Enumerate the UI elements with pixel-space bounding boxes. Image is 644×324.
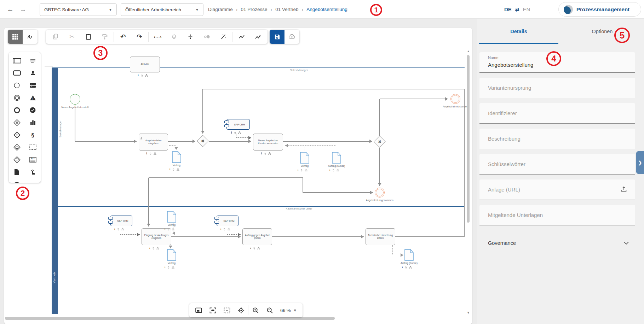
sequence-flow[interactable] — [202, 89, 203, 134]
app-switcher-button[interactable]: Prozessmanagement — [558, 2, 641, 17]
paperclip-icon[interactable] — [234, 131, 236, 134]
sequence-flow[interactable] — [379, 148, 380, 186]
hierarchy-icon[interactable] — [172, 228, 174, 231]
shape-gateway-xor[interactable] — [9, 116, 25, 129]
vertical-scrollbar[interactable] — [467, 55, 470, 223]
panel-collapse-handle[interactable]: ❯ — [636, 151, 644, 174]
info-icon[interactable]: i — [169, 168, 170, 171]
sequence-flow[interactable] — [209, 141, 251, 142]
sequence-flow[interactable] — [379, 99, 380, 136]
paperclip-icon[interactable] — [404, 266, 407, 269]
horizontal-scrollbar[interactable] — [5, 317, 335, 320]
paperclip-icon[interactable] — [223, 228, 226, 231]
info-icon[interactable]: i — [261, 152, 262, 155]
polyline-arrow-button[interactable] — [251, 30, 265, 44]
fit-selection-button[interactable] — [220, 303, 234, 317]
tab-details[interactable]: Details — [477, 29, 560, 34]
copy-button[interactable] — [48, 30, 63, 44]
swap-arrows-icon[interactable]: ⇄ — [515, 7, 519, 12]
info-icon[interactable]: i — [220, 228, 221, 231]
sequence-flow[interactable] — [283, 141, 372, 142]
sequence-flow[interactable] — [395, 236, 464, 237]
center-view-button[interactable] — [234, 303, 248, 317]
sequence-flow[interactable] — [171, 236, 241, 237]
paperclip-icon[interactable] — [152, 247, 155, 250]
undo-button[interactable]: ↶ — [116, 30, 131, 44]
info-icon[interactable]: i — [231, 131, 232, 134]
shape-task[interactable] — [9, 67, 25, 79]
paperclip-icon[interactable] — [253, 247, 255, 250]
info-icon[interactable]: i — [138, 74, 139, 77]
info-icon[interactable]: i — [250, 247, 251, 250]
sequence-flow[interactable] — [305, 146, 305, 151]
bpmn-task[interactable]: Aktivität — [130, 57, 160, 72]
end-event-node[interactable] — [375, 188, 385, 198]
info-icon[interactable]: i — [298, 169, 298, 172]
shape-norm[interactable]: § — [25, 129, 41, 141]
xor-gateway-node[interactable] — [374, 136, 386, 148]
bpmn-task[interactable]: Auftrag gegen Angebot prüfen — [242, 228, 272, 245]
shape-group[interactable] — [25, 141, 41, 153]
field-beschreibung[interactable]: Beschreibung — [479, 129, 635, 149]
node-size-button[interactable] — [200, 30, 214, 44]
hierarchy-icon[interactable] — [121, 228, 124, 231]
sequence-flow[interactable] — [392, 245, 393, 255]
breadcrumb-current[interactable]: Angebotserstellung — [306, 7, 347, 12]
sequence-flow[interactable] — [149, 177, 303, 178]
hierarchy-icon[interactable] — [154, 152, 156, 155]
shape-control[interactable] — [25, 104, 41, 116]
info-icon[interactable]: i — [402, 266, 403, 269]
upload-icon[interactable] — [620, 185, 628, 193]
paperclip-icon[interactable] — [167, 266, 170, 269]
info-icon[interactable]: i — [114, 228, 115, 231]
breadcrumb-diagramme[interactable]: Diagramme — [208, 7, 233, 12]
field-identifizierer[interactable]: Identifizierer — [479, 103, 635, 124]
document-node[interactable] — [172, 151, 181, 163]
sequence-flow[interactable] — [169, 145, 176, 146]
shape-database[interactable] — [9, 178, 25, 183]
hierarchy-icon[interactable] — [172, 266, 174, 269]
edge-label-button[interactable]: ‹···› — [150, 30, 165, 44]
save-button[interactable] — [270, 30, 284, 44]
end-event-node[interactable] — [450, 94, 460, 104]
info-icon[interactable]: i — [149, 247, 150, 250]
back-arrow-icon[interactable]: ← — [6, 5, 15, 14]
hierarchy-icon[interactable] — [409, 266, 412, 269]
it-system-node[interactable]: SAP CRM — [217, 216, 238, 226]
hierarchy-icon[interactable] — [257, 247, 260, 250]
shape-risk[interactable]: ! — [25, 92, 41, 104]
paperclip-icon[interactable] — [332, 169, 335, 172]
sequence-flow[interactable] — [272, 236, 364, 237]
shape-it-system[interactable] — [25, 79, 41, 92]
scroll-down-arrow[interactable]: ▼ — [467, 311, 470, 314]
shape-text[interactable] — [25, 54, 41, 67]
paperclip-icon[interactable] — [140, 74, 143, 77]
shape-annotation[interactable]: A — [25, 153, 41, 166]
xor-gateway-node[interactable] — [197, 135, 209, 147]
sequence-flow[interactable] — [303, 178, 303, 193]
layers-button[interactable] — [167, 30, 182, 44]
fit-to-screen-button[interactable] — [206, 303, 220, 317]
field-mitgeltende-unterlagen[interactable]: Mitgeltende Unterlagen — [479, 205, 635, 225]
hierarchy-icon[interactable] — [305, 169, 307, 172]
shape-start-event[interactable] — [9, 79, 25, 92]
zoom-level-dropdown[interactable]: 66 % ▼ — [277, 308, 300, 313]
paperclip-icon[interactable] — [300, 169, 303, 172]
shape-pool[interactable] — [9, 54, 25, 67]
redo-button[interactable]: ↷ — [132, 30, 147, 44]
shape-gateway-complex[interactable] — [9, 153, 25, 166]
zoom-out-button[interactable] — [263, 303, 277, 317]
breadcrumb-01-prozesse[interactable]: 01 Prozesse — [241, 7, 267, 12]
paperclip-icon[interactable] — [167, 228, 170, 231]
language-toggle[interactable]: DE ⇄ EN — [504, 0, 530, 19]
lang-de-label[interactable]: DE — [504, 6, 512, 12]
field-anlage-url-[interactable]: Anlage (URL) — [479, 179, 635, 200]
shape-gateway-event[interactable] — [9, 141, 25, 153]
scroll-up-arrow[interactable]: ▲ — [467, 49, 470, 53]
distribute-button[interactable] — [183, 30, 198, 44]
hierarchy-icon[interactable] — [337, 169, 339, 172]
field-schlüsselwörter[interactable]: Schlüsselwörter — [479, 154, 635, 175]
sequence-flow[interactable] — [168, 141, 195, 142]
document-node[interactable] — [332, 152, 341, 164]
document-node[interactable] — [300, 152, 309, 164]
